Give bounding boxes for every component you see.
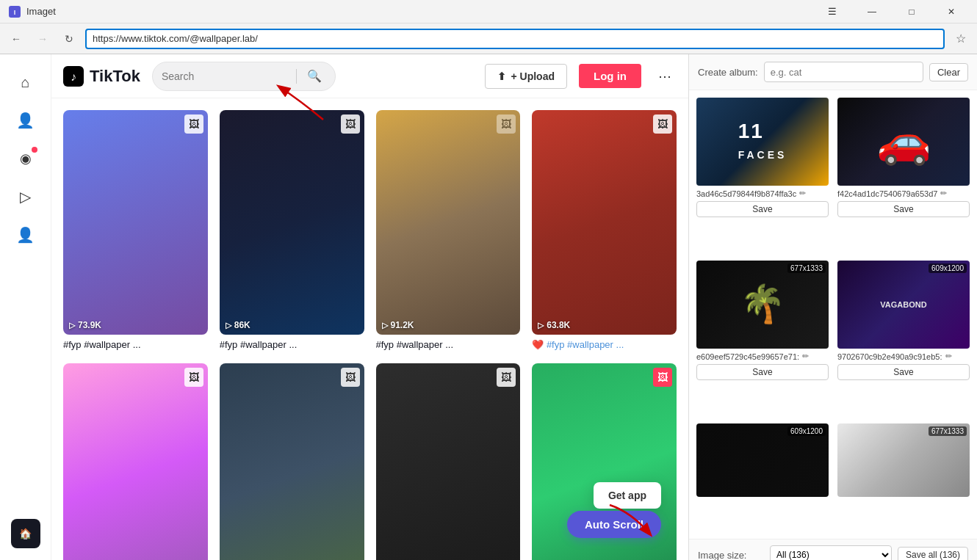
tiktok-search-bar[interactable]: 🔍 bbox=[152, 62, 336, 91]
address-bar[interactable] bbox=[85, 29, 945, 49]
image-size-select[interactable]: All (136) bbox=[770, 545, 892, 560]
ext-image-cell-3: 677x1333 🌴 e609eef5729c45e99657e71: ✏ Sa… bbox=[692, 256, 833, 419]
save-image-icon-7[interactable]: 🖼 bbox=[497, 368, 516, 387]
ext-size-badge-6: 677x1333 bbox=[929, 426, 967, 436]
auto-scroll-label: Auto Scroll bbox=[585, 518, 643, 531]
upload-button[interactable]: ⬆ + Upload bbox=[485, 64, 567, 89]
video-card-7[interactable]: 🖼 ▷ 70.1K #fyp #wallpaper ... bbox=[376, 363, 521, 560]
search-icon: 🔍 bbox=[307, 69, 322, 83]
video-desc-2: #fyp #wallpaper ... bbox=[220, 339, 364, 352]
save-image-icon-1[interactable]: 🖼 bbox=[184, 114, 203, 134]
ext-edit-icon-2[interactable]: ✏ bbox=[940, 189, 947, 198]
video-desc-4: ❤️ #fyp #wallpaper ... bbox=[532, 339, 677, 352]
save-all-button[interactable]: Save all (136) bbox=[898, 547, 968, 560]
sidebar-item-home[interactable]: ⌂ bbox=[10, 66, 42, 98]
ext-size-badge-5: 609x1200 bbox=[787, 426, 826, 436]
profile-icon: 👤 bbox=[16, 226, 35, 244]
save-image-icon-2[interactable]: 🖼 bbox=[341, 114, 360, 134]
clear-button[interactable]: Clear bbox=[929, 63, 968, 81]
ext-image-cell-2: 🚗 f42c4ad1dc7540679a653d7 ✏ Save bbox=[833, 93, 974, 256]
tiktok-logo-icon: ♪ bbox=[63, 66, 84, 87]
save-image-icon-5[interactable]: 🖼 bbox=[184, 368, 203, 387]
ext-image-thumb-4: 609x1200 VAGABOND bbox=[837, 261, 970, 349]
live-icon: ▷ bbox=[20, 188, 31, 206]
ext-edit-icon-3[interactable]: ✏ bbox=[802, 352, 809, 361]
ext-size-badge-4: 609x1200 bbox=[929, 263, 967, 273]
video-thumbnail-1: 🖼 ▷ 73.9K bbox=[63, 110, 208, 335]
play-count-3: ▷ 91.2K bbox=[382, 320, 414, 330]
upload-icon: ⬆ bbox=[497, 70, 506, 82]
ext-image-name-4: 9702670c9b2e490a9c91eb5: ✏ bbox=[837, 352, 970, 361]
create-album-label: Create album: bbox=[698, 67, 758, 78]
video-card-3[interactable]: 🖼 ▷ 91.2K #fyp #wallpaper ... bbox=[376, 110, 521, 352]
auto-scroll-button[interactable]: Auto Scroll bbox=[567, 511, 661, 538]
image-size-label: Image size: bbox=[698, 550, 764, 561]
sidebar-item-profile[interactable]: 👤 bbox=[10, 219, 42, 251]
ext-edit-icon-4[interactable]: ✏ bbox=[945, 352, 952, 361]
search-divider bbox=[296, 69, 297, 84]
ext-save-btn-4[interactable]: Save bbox=[837, 364, 970, 380]
save-image-icon-3[interactable]: 🖼 bbox=[497, 114, 516, 134]
minimize-window-button[interactable]: — bbox=[855, 0, 889, 23]
tiktok-sidebar: ⌂ 👤 ◉ ▷ 👤 🏠 bbox=[0, 54, 51, 560]
ext-image-thumb-2: 🚗 bbox=[837, 98, 970, 186]
ext-size-badge-3: 677x1333 bbox=[787, 263, 826, 273]
album-name-input[interactable] bbox=[764, 62, 923, 82]
ext-image-name-2: f42c4ad1dc7540679a653d7 ✏ bbox=[837, 189, 970, 198]
refresh-button[interactable]: ↻ bbox=[59, 29, 79, 49]
title-bar: I Imaget ☰ — □ ✕ bbox=[0, 0, 977, 23]
tiktok-logo[interactable]: ♪ TikTok bbox=[63, 66, 140, 87]
back-button[interactable]: ← bbox=[6, 29, 26, 49]
ext-save-btn-3[interactable]: Save bbox=[696, 364, 829, 380]
ext-image-name-3: e609eef5729c45e99657e71: ✏ bbox=[696, 352, 829, 361]
ext-image-thumb-3: 677x1333 🌴 bbox=[696, 261, 829, 349]
save-image-icon-4[interactable]: 🖼 bbox=[653, 114, 672, 134]
close-window-button[interactable]: ✕ bbox=[934, 0, 968, 23]
video-thumbnail-7: 🖼 ▷ 70.1K bbox=[376, 363, 521, 560]
video-card-4[interactable]: 🖼 ▷ 63.8K ❤️ #fyp #wallpaper ... bbox=[532, 110, 677, 352]
video-desc-3: #fyp #wallpaper ... bbox=[376, 339, 521, 352]
play-icon-2: ▷ bbox=[226, 321, 231, 330]
maximize-window-button[interactable]: □ bbox=[895, 0, 929, 23]
minimize-button[interactable]: ☰ bbox=[815, 0, 849, 23]
video-card-6[interactable]: 🖼 ▷ 64.6K Hope this reaches the ... bbox=[220, 363, 364, 560]
ext-image-thumb-1: 11FACES bbox=[696, 98, 829, 186]
tiktok-search-button[interactable]: 🔍 bbox=[303, 65, 326, 88]
sidebar-imaget-icon[interactable]: 🏠 bbox=[11, 519, 40, 548]
svg-text:I: I bbox=[14, 9, 16, 16]
browser-chrome: ← → ↻ ☆ bbox=[0, 23, 977, 54]
ext-edit-icon-1[interactable]: ✏ bbox=[799, 189, 806, 198]
more-options-button[interactable]: ⋯ bbox=[653, 65, 677, 88]
main-content-area: ⌂ 👤 ◉ ▷ 👤 🏠 bbox=[0, 54, 688, 560]
ext-save-btn-1[interactable]: Save bbox=[696, 201, 829, 217]
video-card-2[interactable]: 🖼 ▷ 86K #fyp #wallpaper ... bbox=[220, 110, 364, 352]
tiktok-page: ⌂ 👤 ◉ ▷ 👤 🏠 bbox=[0, 54, 688, 560]
tiktok-header: ♪ TikTok 🔍 ⬆ + Upload bbox=[51, 54, 688, 98]
forward-button[interactable]: → bbox=[32, 29, 53, 49]
sidebar-item-live[interactable]: ▷ bbox=[10, 181, 42, 213]
imaget-icon: 🏠 bbox=[19, 528, 32, 539]
tiktok-search-input[interactable] bbox=[162, 70, 290, 82]
play-count-1: ▷ 73.9K bbox=[69, 320, 101, 330]
video-thumbnail-2: 🖼 ▷ 86K bbox=[220, 110, 364, 335]
ext-image-cell-4: 609x1200 VAGABOND 9702670c9b2e490a9c91eb… bbox=[833, 256, 974, 419]
tiktok-main: ♪ TikTok 🔍 ⬆ + Upload bbox=[51, 54, 688, 560]
extension-panel: Create album: Clear 11FACES 3ad46c5d7984… bbox=[688, 54, 977, 560]
get-app-popup[interactable]: Get app bbox=[594, 482, 661, 509]
play-count-2: ▷ 86K bbox=[226, 320, 250, 330]
ext-image-thumb-5: 609x1200 bbox=[696, 423, 829, 497]
save-image-icon-8[interactable]: 🖼 bbox=[653, 368, 672, 387]
play-icon-3: ▷ bbox=[382, 321, 388, 330]
ext-image-name-1: 3ad46c5d79844f9b874ffa3c ✏ bbox=[696, 189, 829, 198]
home-icon: ⌂ bbox=[21, 74, 29, 91]
login-button[interactable]: Log in bbox=[579, 64, 641, 88]
save-image-icon-6[interactable]: 🖼 bbox=[341, 368, 360, 387]
ext-save-btn-2[interactable]: Save bbox=[837, 201, 970, 217]
ext-image-thumb-6: 677x1333 bbox=[837, 423, 970, 497]
sidebar-item-following[interactable]: 👤 bbox=[10, 104, 42, 137]
video-card-1[interactable]: 🖼 ▷ 73.9K #fyp #wallpaper ... bbox=[63, 110, 208, 352]
tiktok-logo-text: TikTok bbox=[90, 67, 140, 86]
sidebar-item-explore[interactable]: ◉ bbox=[10, 142, 42, 175]
video-card-5[interactable]: 🖼 ▷ 206.2K #fyp #wallpaper ... bbox=[63, 363, 208, 560]
bookmark-button[interactable]: ☆ bbox=[951, 29, 971, 49]
